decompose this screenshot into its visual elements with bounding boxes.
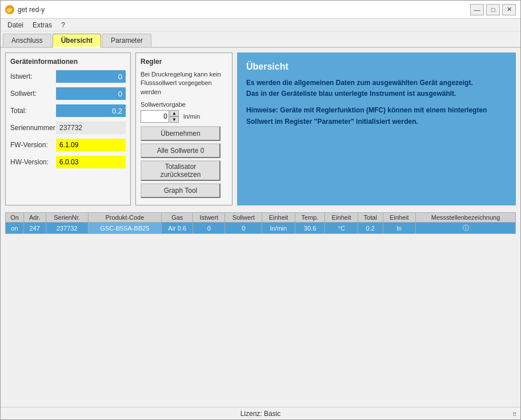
istwert-row: Istwert: 0 — [10, 70, 126, 83]
col-einheit3: Einheit — [383, 213, 416, 223]
table-row[interactable]: on 247 237732 GSC-B5SA-BB25 Air 0.6 0 0 … — [6, 223, 516, 234]
main-window: gr get red-y — □ ✕ Datei Extras ? Anschl… — [0, 0, 521, 420]
sollwert-value: 0 — [56, 87, 126, 100]
col-einheit1: Einheit — [262, 213, 295, 223]
minimize-button[interactable]: — — [470, 4, 484, 15]
cell-temp: 30.6 — [295, 223, 325, 234]
istwert-label: Istwert: — [10, 72, 56, 80]
cell-einheit2: °C — [325, 223, 358, 234]
cell-einheit3: ln — [383, 223, 416, 234]
status-text: Lizenz: Basic — [241, 410, 281, 418]
tab-uebersicht[interactable]: Übersicht — [53, 34, 101, 48]
total-label: Total: — [10, 107, 56, 115]
menu-datei[interactable]: Datei — [3, 20, 28, 30]
maximize-button[interactable]: □ — [486, 4, 500, 15]
sollwert-vorgabe-row: ▲ ▼ ln/min — [141, 110, 227, 123]
window-title: get red-y — [18, 6, 470, 14]
cell-istwert: 0 — [193, 223, 225, 234]
device-table: On Adr. SerienNr. Produkt-Code Gas Istwe… — [5, 212, 516, 234]
istwert-value: 0 — [56, 70, 126, 83]
regler-note: Bei Druckregelung kann kein Flusssollwer… — [141, 70, 227, 96]
cell-on: on — [6, 223, 24, 234]
geraete-title: Geräteinformationen — [10, 58, 126, 66]
app-icon: gr — [5, 5, 14, 14]
menu-bar: Datei Extras ? — [1, 19, 520, 31]
col-einheit2: Einheit — [325, 213, 358, 223]
spinner-down-button[interactable]: ▼ — [170, 116, 179, 123]
cell-sollwert: 0 — [225, 223, 262, 234]
main-content: Geräteinformationen Istwert: 0 Sollwert:… — [1, 48, 520, 407]
sollwert-input[interactable] — [141, 110, 169, 123]
cell-produkt: GSC-B5SA-BB25 — [88, 223, 162, 234]
tab-parameter[interactable]: Parameter — [102, 34, 151, 47]
uebernehmen-button[interactable]: Übernehmen — [141, 126, 221, 141]
col-istwert: Istwert — [193, 213, 225, 223]
unit-label: ln/min — [183, 113, 200, 120]
col-seriennr: SerienNr. — [46, 213, 88, 223]
resize-icon: ⠿ — [512, 411, 516, 418]
sollwert-label: Sollwert: — [10, 90, 56, 98]
regler-panel: Regler Bei Druckregelung kann kein Fluss… — [135, 52, 233, 205]
hw-version-label: HW-Version: — [10, 158, 56, 166]
sollwert-row: Sollwert: 0 — [10, 87, 126, 100]
total-row: Total: 0.2 — [10, 104, 126, 117]
info-note: Hinweise: Geräte mit Reglerfunktion (MFC… — [246, 105, 507, 127]
cell-adr: 247 — [23, 223, 46, 234]
info-panel: Übersicht Es werden die allgemeinen Date… — [237, 52, 516, 205]
info-title: Übersicht — [246, 62, 507, 72]
seriennummer-label: Seriennummer: — [10, 124, 56, 132]
info-text1: Es werden die allgemeinen Daten zum ausg… — [246, 78, 507, 99]
col-sollwert: Sollwert — [225, 213, 262, 223]
fw-version-value: 6.1.09 — [56, 139, 126, 151]
col-adr: Adr. — [23, 213, 46, 223]
spinner-controls: ▲ ▼ — [170, 110, 179, 123]
title-bar: gr get red-y — □ ✕ — [1, 1, 520, 19]
col-temp: Temp. — [295, 213, 325, 223]
hw-version-value: 6.0.03 — [56, 156, 126, 168]
close-button[interactable]: ✕ — [502, 4, 516, 15]
totalisator-button[interactable]: Totalisator zurücksetzen — [141, 160, 221, 181]
regler-title: Regler — [141, 58, 227, 66]
col-on: On — [6, 213, 24, 223]
cell-total: 0.2 — [358, 223, 383, 234]
cell-messstelle: ⓘ — [416, 223, 516, 234]
col-total: Total — [358, 213, 383, 223]
cell-einheit1: ln/min — [262, 223, 295, 234]
sollwert-vorgabe-label: Sollwertvorgabe — [141, 101, 227, 108]
top-section: Geräteinformationen Istwert: 0 Sollwert:… — [5, 52, 516, 205]
fw-version-label: FW-Version: — [10, 141, 56, 149]
fw-version-row: FW-Version: 6.1.09 — [10, 139, 126, 151]
window-controls: — □ ✕ — [470, 4, 516, 15]
seriennummer-row: Seriennummer: 237732 — [10, 122, 126, 134]
tab-bar: Anschluss Übersicht Parameter — [1, 31, 520, 48]
seriennummer-value: 237732 — [56, 122, 126, 134]
col-produkt-code: Produkt-Code — [88, 213, 162, 223]
data-table-section: On Adr. SerienNr. Produkt-Code Gas Istwe… — [5, 212, 516, 234]
col-gas: Gas — [162, 213, 193, 223]
menu-help[interactable]: ? — [57, 20, 70, 30]
cell-gas: Air 0.6 — [162, 223, 193, 234]
table-header-row: On Adr. SerienNr. Produkt-Code Gas Istwe… — [6, 213, 516, 223]
spinner-up-button[interactable]: ▲ — [170, 110, 179, 116]
menu-extras[interactable]: Extras — [28, 20, 57, 30]
sollwert-spinner: ▲ ▼ — [141, 110, 179, 123]
alle-sollwerte-button[interactable]: Alle Sollwerte 0 — [141, 143, 221, 158]
cell-seriennr: 237732 — [46, 223, 88, 234]
status-bar: Lizenz: Basic ⠿ — [1, 407, 520, 419]
geraete-panel: Geräteinformationen Istwert: 0 Sollwert:… — [5, 52, 131, 205]
total-value: 0.2 — [56, 104, 126, 117]
hw-version-row: HW-Version: 6.0.03 — [10, 156, 126, 168]
tab-anschluss[interactable]: Anschluss — [3, 34, 51, 47]
graph-tool-button[interactable]: Graph Tool — [141, 183, 221, 198]
col-messstelle: Messstellenbezeichnung — [416, 213, 516, 223]
